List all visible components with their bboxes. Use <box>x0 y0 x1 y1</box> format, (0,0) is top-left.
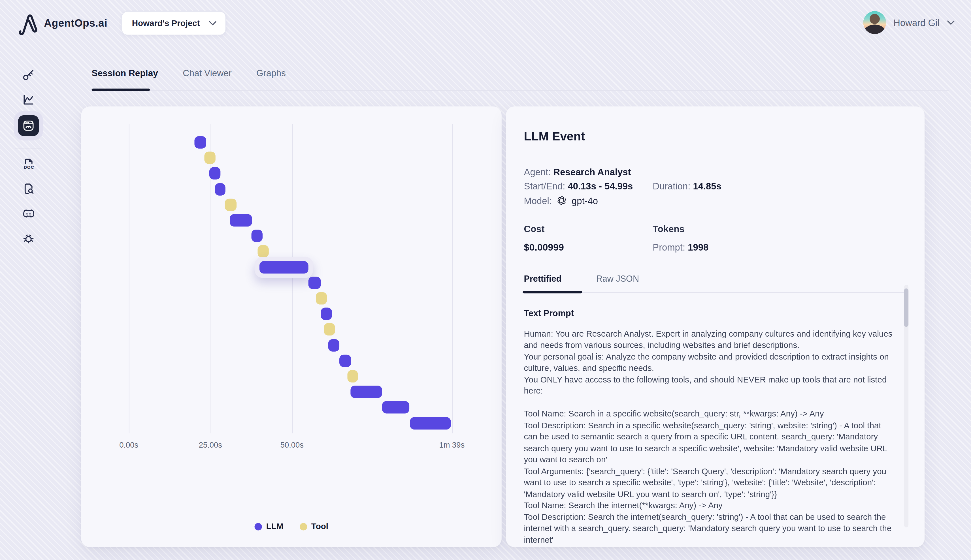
prompt-scrollbar-thumb[interactable] <box>904 288 908 327</box>
session-gantt-panel: 0.00s25.00s50.00s1m 39s LLM Tool <box>81 107 501 547</box>
tab-raw-json[interactable]: Raw JSON <box>596 273 639 283</box>
gantt-bar-llm[interactable] <box>230 214 252 227</box>
sidebar-item-docs[interactable]: DOC <box>22 157 35 171</box>
duration-row: Duration: 14.85s <box>652 181 907 191</box>
event-detail-tabs: Prettified Raw JSON <box>524 273 904 293</box>
sidebar-item-session-replay[interactable] <box>18 115 39 136</box>
line-chart-icon <box>22 93 35 107</box>
sidebar-item-api-keys[interactable] <box>22 68 35 82</box>
agentops-logo-icon <box>16 11 39 36</box>
start-end-label: Start/End: <box>524 181 566 191</box>
gantt-bar-llm-selected[interactable] <box>260 261 308 273</box>
cost-header: Cost <box>524 223 653 234</box>
gantt-bar-llm[interactable] <box>410 417 451 430</box>
gantt-bar-llm[interactable] <box>252 230 263 242</box>
project-selector-value: Howard's Project <box>132 19 200 28</box>
gantt-bar-tool[interactable] <box>257 245 269 258</box>
llm-legend-dot <box>254 523 262 530</box>
avatar <box>863 11 886 34</box>
project-selector[interactable]: Howard's Project <box>121 11 226 35</box>
event-title: LLM Event <box>524 129 907 143</box>
llm-legend-label: LLM <box>266 522 284 531</box>
sidebar-item-report-bug[interactable] <box>22 232 35 245</box>
tokens-prompt-row: Prompt: 1998 <box>652 242 907 253</box>
gantt-plot: 0.00s25.00s50.00s1m 39s <box>81 107 501 547</box>
axis-tick-label: 1m 39s <box>439 441 465 450</box>
gantt-bar-llm[interactable] <box>340 355 351 367</box>
gantt-bar-tool[interactable] <box>225 198 237 211</box>
gantt-bar-llm[interactable] <box>209 167 220 180</box>
model-value: gpt-4o <box>572 195 598 206</box>
user-menu[interactable]: Howard Gil <box>863 11 955 34</box>
tabs-underline <box>92 90 949 91</box>
sidebar-item-analytics[interactable] <box>22 93 35 107</box>
cost-value: $0.00999 <box>524 242 653 253</box>
gantt-bar-tool[interactable] <box>347 370 358 382</box>
model-label: Model: <box>524 195 552 206</box>
agent-value: Research Analyst <box>553 167 631 177</box>
tool-legend-label: Tool <box>311 522 328 531</box>
axis-tick-label: 0.00s <box>119 441 138 450</box>
replay-window-icon <box>22 119 35 132</box>
axis-tick-label: 50.00s <box>280 441 304 450</box>
brand-name: AgentOps.ai <box>44 17 107 30</box>
gantt-bar-tool[interactable] <box>316 292 327 305</box>
tab-prettified[interactable]: Prettified <box>524 273 562 283</box>
gantt-bar-llm[interactable] <box>328 339 339 351</box>
agent-row: Agent: Research Analyst <box>524 167 907 177</box>
chevron-down-icon <box>209 20 217 26</box>
gantt-bar-llm[interactable] <box>321 308 332 320</box>
duration-label: Duration: <box>652 181 690 191</box>
openai-logo-icon <box>556 195 567 206</box>
gantt-bar-llm[interactable] <box>194 136 206 148</box>
tab-chat-viewer[interactable]: Chat Viewer <box>183 68 232 78</box>
start-end-value: 40.13s - 54.99s <box>568 181 633 191</box>
main-tabs: Session Replay Chat Viewer Graphs <box>92 68 286 78</box>
brand[interactable]: AgentOps.ai <box>16 11 107 36</box>
gantt-bar-tool[interactable] <box>324 323 335 336</box>
sidebar-item-logs[interactable] <box>22 182 35 196</box>
gantt-bar-llm[interactable] <box>308 277 320 289</box>
svg-text:DOC: DOC <box>24 165 34 170</box>
legend-item-tool[interactable]: Tool <box>299 522 328 531</box>
tab-graphs[interactable]: Graphs <box>256 68 286 78</box>
gantt-bar-llm[interactable] <box>350 386 382 398</box>
gantt-bar-llm[interactable] <box>382 402 409 414</box>
gridline <box>452 124 452 433</box>
prompt-text: Human: You are Research Analyst. Expert … <box>524 329 896 549</box>
start-end-row: Start/End: 40.13s - 54.99s <box>524 181 653 191</box>
tool-legend-dot <box>299 523 307 530</box>
gridline <box>129 124 129 433</box>
llm-event-panel: LLM Event Agent: Research Analyst Start/… <box>506 107 924 547</box>
prompt-tokens-label: Prompt: <box>652 242 685 253</box>
user-name: Howard Gil <box>893 17 939 28</box>
gantt-bar-llm[interactable] <box>215 183 225 195</box>
prompt-section-title: Text Prompt <box>524 308 907 318</box>
bug-icon <box>22 232 35 245</box>
axis-tick-label: 25.00s <box>199 441 222 450</box>
agent-label: Agent: <box>524 167 551 177</box>
model-row: Model: gpt <box>524 195 907 206</box>
sidebar-item-discord[interactable] <box>22 207 35 220</box>
legend-item-llm[interactable]: LLM <box>254 522 283 531</box>
tab-session-replay[interactable]: Session Replay <box>92 68 158 78</box>
chart-legend: LLM Tool <box>81 522 501 531</box>
tabs-active-indicator <box>92 88 150 91</box>
file-search-icon <box>22 182 35 196</box>
event-meta: Agent: Research Analyst Start/End: 40.13… <box>524 167 907 206</box>
discord-icon <box>22 207 35 220</box>
event-stats: Cost Tokens $0.00999 Prompt: 1998 <box>524 223 907 253</box>
top-bar: AgentOps.ai Howard's Project Howard Gil <box>0 0 971 47</box>
prompt-tokens-value: 1998 <box>688 242 708 253</box>
tokens-header: Tokens <box>652 223 907 234</box>
chevron-down-icon <box>947 20 955 25</box>
gantt-bar-tool[interactable] <box>205 152 215 164</box>
key-icon <box>22 68 35 82</box>
sidebar-divider <box>15 148 42 149</box>
gridline <box>292 124 293 433</box>
app-root: AgentOps.ai Howard's Project Howard Gil <box>0 0 971 560</box>
doc-file-icon: DOC <box>22 157 35 171</box>
duration-value: 14.85s <box>693 181 721 191</box>
